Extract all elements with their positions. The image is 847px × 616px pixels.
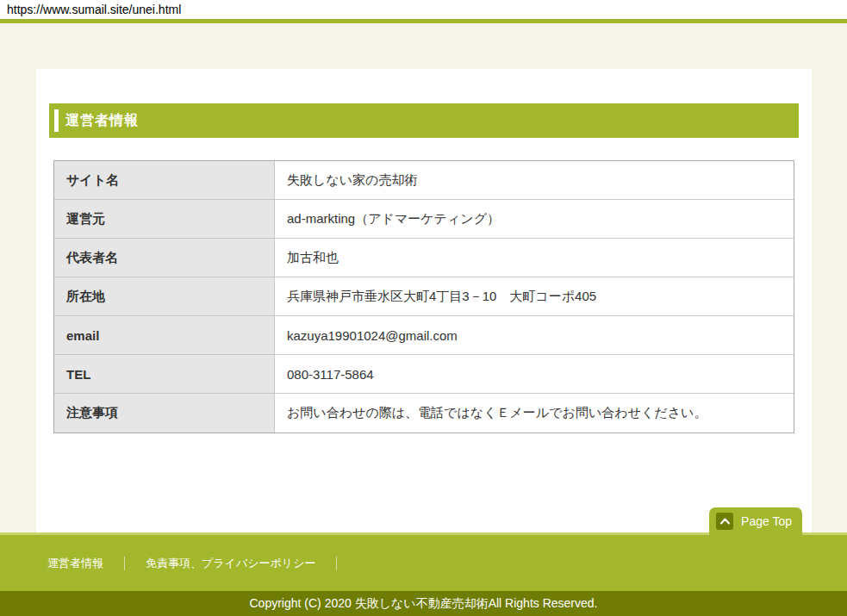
table-row: サイト名 失敗しない家の売却術 [54,161,794,200]
row-value: 失敗しない家の売却術 [275,161,794,199]
row-label: サイト名 [54,161,275,199]
row-value: 加古和也 [275,239,794,277]
chevron-up-icon [716,513,733,530]
footer-link-operator-info[interactable]: 運営者情報 [47,556,103,571]
table-row: 代表者名 加古和也 [54,239,794,277]
table-row: 所在地 兵庫県神戸市垂水区大町4丁目3－10 大町コーポ405 [54,277,794,316]
row-value: お問い合わせの際は、電話ではなくＥメールでお問い合わせください。 [275,394,794,432]
page-top-label: Page Top [741,514,792,528]
table-row: email kazuya19901024@gmail.com [54,316,794,355]
page-title: 運営者情報 [65,112,139,130]
section-header-accent-stripe [54,109,59,132]
row-value: ad-markting（アドマーケティング） [275,200,794,238]
content-card: 運営者情報 サイト名 失敗しない家の売却術 運営元 ad-markting（アド… [36,69,812,532]
row-label: 運営元 [54,200,275,238]
row-value: 兵庫県神戸市垂水区大町4丁目3－10 大町コーポ405 [275,277,794,315]
footer-link-disclaimer-privacy[interactable]: 免責事項、プライバシーポリシー [146,556,315,571]
browser-url-text: https://www.sumail.site/unei.html [7,3,181,16]
copyright-bar: Copyright (C) 2020 失敗しない不動産売却術All Rights… [0,591,847,616]
row-label: email [54,316,275,354]
table-row: TEL 080-3117-5864 [54,355,794,394]
operator-info-table: サイト名 失敗しない家の売却術 運営元 ad-markting（アドマーケティン… [53,160,794,433]
footer-nav: 運営者情報 免責事項、プライバシーポリシー [36,535,812,591]
row-label: 所在地 [54,277,275,315]
table-row: 注意事項 お問い合わせの際は、電話ではなくＥメールでお問い合わせください。 [54,394,794,432]
footer-separator [124,557,125,570]
copyright-text: Copyright (C) 2020 失敗しない不動産売却術All Rights… [250,596,598,612]
table-row: 運営元 ad-markting（アドマーケティング） [54,200,794,239]
row-label: TEL [54,355,275,393]
top-accent-line [0,19,847,23]
row-value: 080-3117-5864 [275,355,794,393]
row-label: 代表者名 [54,239,275,277]
footer-separator [336,557,337,570]
page-top-button[interactable]: Page Top [709,507,802,536]
section-header: 運営者情報 [49,103,799,138]
row-label: 注意事項 [54,394,275,432]
site-footer: 運営者情報 免責事項、プライバシーポリシー [0,532,847,591]
row-value: kazuya19901024@gmail.com [275,316,794,354]
browser-address-bar[interactable]: https://www.sumail.site/unei.html [0,0,847,19]
